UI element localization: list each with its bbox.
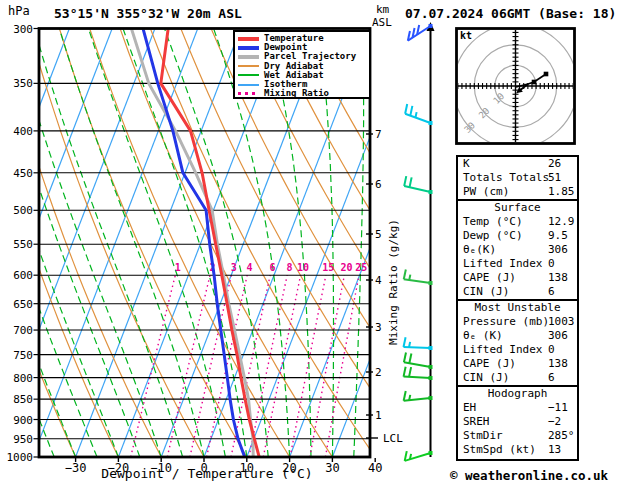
stats-label: Lifted Index xyxy=(463,343,542,356)
stats-box-hodograph: HodographEH−11SREH−2StmDir285°StmSpd (kt… xyxy=(456,385,579,461)
temp-tick-label: 30 xyxy=(325,461,339,475)
temp-tick-label: 40 xyxy=(368,461,382,475)
stats-value: 306 xyxy=(548,329,568,343)
legend-item-mixing-ratio: Mixing Ratio xyxy=(238,89,369,98)
stats-row: PW (cm)1.85 xyxy=(458,185,577,199)
stats-row: EH−11 xyxy=(458,401,577,415)
stats-label: StmSpd (kt) xyxy=(463,443,536,456)
legend-swatch-2 xyxy=(238,55,259,59)
pressure-tick-label: 650 xyxy=(13,298,33,311)
pressure-tick-label: 1000 xyxy=(7,451,34,464)
stats-value: 0 xyxy=(548,343,555,357)
wind-barb xyxy=(404,176,432,194)
stats-box-most-unstable: Most UnstablePressure (mb)1003θₑ (K)306L… xyxy=(456,299,579,389)
stats-row: θₑ(K)306 xyxy=(458,243,577,257)
stats-label: PW (cm) xyxy=(463,185,509,198)
stats-row: Totals Totals51 xyxy=(458,171,577,185)
stats-row: StmSpd (kt)13 xyxy=(458,443,577,457)
wind-barb xyxy=(404,367,433,380)
stats-row: StmDir285° xyxy=(458,429,577,443)
stats-row: K26 xyxy=(458,157,577,171)
stats-row: Lifted Index0 xyxy=(458,343,577,357)
stats-value: 6 xyxy=(548,285,555,299)
stats-label: CIN (J) xyxy=(463,371,509,384)
lcl-label: LCL xyxy=(383,432,403,445)
stats-label: Lifted Index xyxy=(463,257,542,270)
mixing-ratio-value-label: 3 xyxy=(231,262,237,273)
stats-value: 26 xyxy=(548,157,561,171)
pressure-tick-label: 300 xyxy=(13,23,33,36)
mixing-ratio-axis-label: Mixing Ratio (g/kg) xyxy=(387,219,400,345)
datetime-title: 07.07.2024 06GMT (Base: 18) xyxy=(405,6,616,21)
mixing-ratio-value-label: 8 xyxy=(286,262,292,273)
stats-label: Dewp (°C) xyxy=(463,229,523,242)
stats-row: CAPE (J)138 xyxy=(458,357,577,371)
stats-value: 12.9 xyxy=(548,215,575,229)
mixing-ratio-value-label: 15 xyxy=(322,262,334,273)
legend-swatch-3 xyxy=(238,65,259,67)
km-tick-label: 5 xyxy=(375,228,382,241)
stats-label: Pressure (mb) xyxy=(463,315,549,328)
wind-barb xyxy=(405,104,432,125)
stats-label: StmDir xyxy=(463,429,503,442)
mixing-ratio-value-label: 25 xyxy=(355,262,367,273)
stats-label: θₑ(K) xyxy=(463,243,496,256)
stats-row: Lifted Index0 xyxy=(458,257,577,271)
stats-value: 0 xyxy=(548,257,555,271)
mixing-ratio-value-label: 6 xyxy=(270,262,276,273)
km-tick-label: 4 xyxy=(375,274,382,287)
altitude-axis-unit-asl: ASL xyxy=(372,16,392,29)
pressure-tick-label: 750 xyxy=(13,349,33,362)
hodograph-trace-marker xyxy=(544,72,549,77)
stats-value: 285° xyxy=(548,429,575,443)
legend-swatch-1 xyxy=(238,46,259,50)
skewt-sounding-app: 1234681015202530035040045050055060065070… xyxy=(0,0,629,486)
station-title: 53°15'N 355°32'W 20m ASL xyxy=(54,6,242,21)
wet-adiabat-line xyxy=(12,29,161,458)
stats-value: 138 xyxy=(548,357,568,371)
wind-barb xyxy=(408,24,433,41)
pressure-axis-unit: hPa xyxy=(8,4,30,18)
stats-value: 6 xyxy=(548,371,555,385)
stats-value: 51 xyxy=(548,171,561,185)
km-tick-label: 3 xyxy=(375,321,382,334)
stats-box-title: Surface xyxy=(458,201,577,215)
stats-value: 1.85 xyxy=(548,185,575,199)
pressure-tick-label: 550 xyxy=(13,238,33,251)
stats-label: CAPE (J) xyxy=(463,357,516,370)
wind-barb xyxy=(404,353,433,369)
stats-value: −11 xyxy=(548,401,568,415)
wind-barb xyxy=(404,337,433,350)
stats-box-surface: SurfaceTemp (°C)12.9Dewp (°C)9.5θₑ(K)306… xyxy=(456,199,579,303)
stats-row: SREH−2 xyxy=(458,415,577,429)
legend-swatch-0 xyxy=(238,37,259,41)
pressure-tick-label: 600 xyxy=(13,269,33,282)
stats-label: Temp (°C) xyxy=(463,215,523,228)
stats-value: 1003 xyxy=(548,315,575,329)
stats-value: 9.5 xyxy=(548,229,568,243)
wind-barb xyxy=(404,391,433,401)
mixing-ratio-value-label: 4 xyxy=(247,262,253,273)
km-tick-label: 1 xyxy=(375,409,382,422)
pressure-tick-label: 450 xyxy=(13,167,33,180)
pressure-tick-label: 800 xyxy=(13,372,33,385)
mixing-ratio-value-label: 1 xyxy=(175,262,181,273)
stats-box-title: Most Unstable xyxy=(458,301,577,315)
stats-row: CAPE (J)138 xyxy=(458,271,577,285)
altitude-axis-unit-km: km xyxy=(376,3,389,16)
stats-row: Pressure (mb)1003 xyxy=(458,315,577,329)
stats-row: θₑ (K)306 xyxy=(458,329,577,343)
legend-swatch-5 xyxy=(238,84,259,86)
pressure-tick-label: 500 xyxy=(13,204,33,217)
stats-box-indices: K26Totals Totals51PW (cm)1.85 xyxy=(456,155,579,203)
wind-barb xyxy=(405,451,433,461)
pressure-tick-label: 900 xyxy=(13,414,33,427)
legend-swatch-6 xyxy=(238,92,259,95)
mixing-ratio-line xyxy=(290,275,326,457)
temp-tick-label: −30 xyxy=(65,461,87,475)
stats-value: −2 xyxy=(548,415,561,429)
legend: TemperatureDewpointParcel TrajectoryDry … xyxy=(233,30,371,99)
stats-value: 138 xyxy=(548,271,568,285)
km-tick-label: 7 xyxy=(375,128,382,141)
x-axis-label: Dewpoint / Temperature (°C) xyxy=(101,466,312,481)
